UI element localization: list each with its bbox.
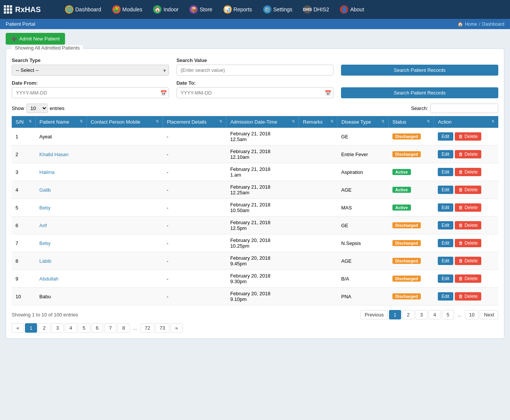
calendar-to-icon[interactable]: 📅 (325, 90, 331, 96)
bottom-page-1[interactable]: 1 (25, 323, 37, 333)
edit-button[interactable]: Edit (438, 257, 453, 265)
col-placement[interactable]: Placement Details ⇅ (163, 116, 226, 128)
breadcrumb-home[interactable]: Home (465, 22, 477, 27)
edit-button[interactable]: Edit (438, 186, 453, 194)
bottom-page-73[interactable]: 73 (155, 323, 169, 333)
nav-about[interactable]: 👤 About (335, 3, 369, 16)
nav-dashboard[interactable]: 🌐 Dashboard (60, 3, 106, 16)
col-status[interactable]: Status ⇅ (389, 116, 434, 128)
last-page-btn[interactable]: » (171, 323, 183, 333)
edit-button[interactable]: Edit (438, 239, 453, 247)
bottom-page-4[interactable]: 4 (65, 323, 77, 333)
bottom-page-72[interactable]: 72 (141, 323, 154, 333)
prev-button[interactable]: Previous (360, 310, 388, 319)
brand[interactable]: RxHAS (4, 5, 49, 14)
edit-button[interactable]: Edit (438, 132, 453, 141)
col-patient-name[interactable]: Patient Name ⇅ (36, 116, 87, 128)
cell-sn: 5 (12, 199, 36, 217)
cell-remarks (299, 217, 338, 234)
cell-contact (87, 163, 163, 181)
cell-placement: - (163, 163, 226, 181)
cell-action: Edit 🗑 Delete (434, 234, 498, 252)
edit-button[interactable]: Edit (438, 274, 453, 283)
settings-icon: ⚙️ (263, 5, 271, 14)
delete-button[interactable]: 🗑 Delete (455, 132, 482, 141)
nav-reports[interactable]: 📊 Reports (219, 3, 257, 16)
date-to-input[interactable] (177, 87, 334, 98)
page-btn-5[interactable]: 5 (442, 310, 454, 319)
calendar-from-icon[interactable]: 📅 (160, 90, 167, 96)
search-value-input[interactable] (177, 65, 334, 76)
col-remarks[interactable]: Remarks ⇅ (299, 116, 338, 128)
patient-name-link[interactable]: Abdullah (39, 276, 59, 282)
page-btn-10[interactable]: 10 (465, 310, 479, 319)
next-button[interactable]: Next (480, 310, 498, 319)
delete-button[interactable]: 🗑 Delete (455, 168, 482, 176)
cell-status: Discharged (389, 288, 434, 305)
edit-button[interactable]: Edit (438, 150, 453, 158)
page-btn-4[interactable]: 4 (429, 310, 441, 319)
nav-indoor[interactable]: 🏠 Indoor (149, 3, 183, 16)
patient-name-link[interactable]: Halima (39, 169, 54, 175)
entries-select[interactable]: 10 25 50 100 (26, 104, 48, 113)
col-datetime[interactable]: Admission Date-Time ⇅ (226, 116, 299, 128)
sort-sn-icon: ⇅ (29, 119, 32, 123)
page-btn-2[interactable]: 2 (402, 310, 414, 319)
table-search-input[interactable] (430, 104, 498, 113)
search-type-select[interactable]: -- Select -- Patient Name Patient ID (12, 65, 169, 76)
search-type-label: Search Type (12, 57, 169, 63)
edit-button[interactable]: Edit (438, 221, 453, 229)
patient-name-link[interactable]: Arif (39, 223, 47, 228)
patient-name-link[interactable]: Beby (39, 205, 51, 211)
bottom-page-7[interactable]: 7 (104, 323, 116, 333)
table-row: 8 Labib - February 20, 20189.45pm AGE Di… (12, 252, 498, 270)
delete-button[interactable]: 🗑 Delete (455, 221, 482, 229)
delete-button[interactable]: 🗑 Delete (455, 239, 482, 247)
nav-settings[interactable]: ⚙️ Settings (259, 3, 297, 16)
date-to-label: Date To: (177, 80, 334, 86)
edit-button[interactable]: Edit (438, 168, 453, 176)
search-value-label: Search Value (177, 57, 334, 63)
bottom-pagination: « 1 2 3 4 5 6 7 8 ... 72 73 » (12, 323, 498, 333)
admit-new-patient-button[interactable]: ➕ Admit New Patient (6, 33, 65, 45)
col-contact[interactable]: Contact Person Mobile ⇅ (87, 116, 163, 128)
patient-name-link[interactable]: Galib (39, 187, 51, 193)
col-action[interactable]: Action ⇅ (434, 116, 498, 128)
col-disease[interactable]: Disease Type ⇅ (337, 116, 388, 128)
bottom-page-6[interactable]: 6 (91, 323, 103, 333)
delete-button[interactable]: 🗑 Delete (455, 292, 482, 301)
page-btn-1[interactable]: 1 (389, 310, 401, 319)
delete-button[interactable]: 🗑 Delete (455, 257, 482, 265)
cell-disease: AGE (337, 181, 388, 199)
patient-name-link[interactable]: Khalid Hasan (39, 152, 68, 157)
delete-button[interactable]: 🗑 Delete (455, 150, 482, 158)
cell-contact (87, 199, 163, 217)
nav-dhis2[interactable]: DHIS DHIS2 (299, 3, 333, 16)
delete-button[interactable]: 🗑 Delete (455, 203, 482, 212)
edit-button[interactable]: Edit (438, 292, 453, 301)
page-btn-3[interactable]: 3 (415, 310, 428, 319)
cell-status: Discharged (389, 146, 434, 163)
search-patient-records-button-2[interactable]: Search Patient Records (341, 87, 498, 98)
delete-button[interactable]: 🗑 Delete (455, 274, 482, 283)
bottom-page-3[interactable]: 3 (51, 323, 64, 333)
col-sn[interactable]: S/N ⇅ (12, 116, 36, 128)
bottom-page-5[interactable]: 5 (78, 323, 90, 333)
nav-store[interactable]: 📦 Store (185, 3, 217, 16)
cell-sn: 4 (12, 181, 36, 199)
bottom-page-8[interactable]: 8 (118, 323, 130, 333)
cell-placement: - (163, 128, 226, 146)
delete-button[interactable]: 🗑 Delete (455, 186, 482, 194)
cell-remarks (299, 199, 338, 217)
edit-button[interactable]: Edit (438, 203, 453, 212)
search-patient-records-button-1[interactable]: Search Patient Records (341, 65, 498, 76)
nav-modules[interactable]: 🧩 Modules (108, 3, 147, 16)
patient-name-link[interactable]: Beby (39, 240, 51, 246)
bottom-page-2[interactable]: 2 (38, 323, 50, 333)
cell-sn: 8 (12, 252, 36, 270)
cell-datetime: February 20, 20189.10pm (226, 288, 299, 305)
date-from-input[interactable] (12, 87, 169, 98)
first-page-btn[interactable]: « (12, 323, 24, 333)
status-badge: Active (392, 205, 411, 211)
patient-name-link[interactable]: Labib (39, 258, 51, 264)
